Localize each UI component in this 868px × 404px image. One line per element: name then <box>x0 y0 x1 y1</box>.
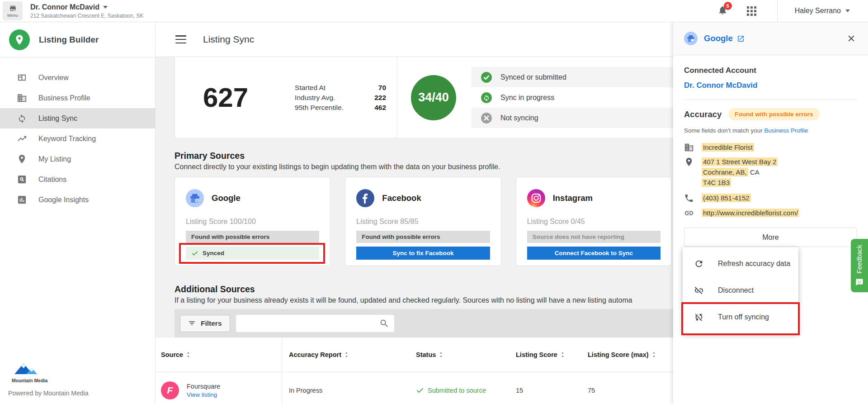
sidebar-item-my-listing[interactable]: My Listing <box>0 149 155 169</box>
storefront-icon <box>9 5 17 12</box>
source-name: Instagram <box>553 193 593 203</box>
user-menu[interactable]: Haley Serrano <box>778 7 868 15</box>
mountain-media-logo <box>8 361 45 377</box>
main-menu-button[interactable]: Menu <box>3 1 23 20</box>
address-line1: 407 1 Street West Bay 2 <box>702 157 778 166</box>
hamburger-icon[interactable] <box>175 35 186 43</box>
business-selector[interactable]: Dr. Connor McDavid <box>30 3 143 11</box>
chevron-down-icon <box>103 6 108 9</box>
column-listing-score[interactable]: Listing Score <box>516 351 588 358</box>
sort-icon[interactable] <box>439 351 443 358</box>
primary-source-cards: G Google Listing Score 100/100 Found wit… <box>175 177 672 266</box>
view-listing-link[interactable]: View listing <box>187 391 220 398</box>
business-name-value: Incredible Florist <box>702 143 754 152</box>
menu-item-refresh-accuracy[interactable]: Refresh accuracy data <box>683 250 798 277</box>
sources-table: Source Accuracy Report Status Listing Sc… <box>156 337 684 404</box>
keyword-tracking-icon <box>17 133 27 144</box>
facebook-icon <box>356 189 374 207</box>
cell-accuracy-report: In Progress <box>289 387 416 394</box>
building-icon <box>684 143 694 152</box>
sidebar: Listing Builder Overview Business Profil… <box>0 22 156 404</box>
listing-score-value: 627 <box>203 82 248 113</box>
external-link-icon[interactable] <box>737 35 745 43</box>
sidebar-item-listing-sync[interactable]: Listing Sync <box>0 108 155 128</box>
cell-listing-score: 15 <box>516 387 588 394</box>
phone-row: (403) 851-4152 <box>684 193 857 203</box>
connect-facebook-to-sync-button[interactable]: Connect Facebook to Sync <box>527 247 660 260</box>
connected-account-link[interactable]: Dr. Connor McDavid <box>684 81 857 90</box>
source-card-instagram: Instagram Listing Score 0/45 Source does… <box>516 177 672 266</box>
more-button[interactable]: More <box>684 228 857 247</box>
check-icon <box>416 386 424 394</box>
app-name: Listing Builder <box>39 35 99 45</box>
check-circle-icon <box>481 71 492 83</box>
connected-account-label: Connected Account <box>684 66 857 75</box>
sort-icon[interactable] <box>651 351 656 358</box>
sort-icon[interactable] <box>186 351 191 358</box>
powered-by: Powered by Mountain Media <box>8 390 88 397</box>
menu-item-turn-off-syncing[interactable]: Turn off syncing <box>683 304 798 330</box>
user-name: Haley Serrano <box>795 7 841 15</box>
legend-synced: Synced or submitted <box>472 67 702 87</box>
table-filter-bar: Filters <box>175 309 703 337</box>
feedback-label: Feedback <box>856 245 863 274</box>
notifications-button[interactable]: 5 <box>717 5 728 17</box>
address-line2-rest: CA <box>748 168 760 176</box>
business-profile-link[interactable]: Business Profile <box>764 127 808 134</box>
legend-not-syncing: Not syncing <box>472 108 702 128</box>
pin-icon <box>684 157 694 167</box>
listing-score-stats: 627 Started At 70 Industry Avg. 222 95th… <box>175 57 397 138</box>
sort-icon[interactable] <box>344 351 349 358</box>
column-accuracy-report[interactable]: Accuracy Report <box>289 351 416 358</box>
sidebar-item-google-insights[interactable]: Google Insights <box>0 190 155 210</box>
phone-icon <box>684 193 694 203</box>
google-details-panel: Google Connected Account Dr. Connor McDa… <box>673 22 868 404</box>
business-name-row: Incredible Florist <box>684 142 857 152</box>
column-source[interactable]: Source <box>161 351 289 358</box>
sync-legend: Synced or submitted Sync in progress Not… <box>472 67 702 128</box>
sidebar-header: Listing Builder <box>0 22 155 57</box>
filters-button[interactable]: Filters <box>180 315 230 332</box>
sidebar-item-business-profile[interactable]: Business Profile <box>0 88 155 108</box>
website-row: http://www.incredibleflorist.com/ <box>684 208 857 218</box>
app-root: Menu Dr. Connor McDavid 212 Saskatchewan… <box>0 0 868 404</box>
source-report-bar[interactable]: Found with possible errors <box>356 231 490 243</box>
source-score: Listing Score 100/100 <box>186 218 319 226</box>
chevron-down-icon <box>845 10 850 12</box>
annotation-box-synced <box>179 243 325 264</box>
close-icon[interactable] <box>846 33 856 43</box>
sidebar-item-keyword-tracking[interactable]: Keyword Tracking <box>0 128 155 149</box>
menu-item-disconnect[interactable]: Disconnect <box>683 277 798 304</box>
source-search-input[interactable] <box>236 315 394 332</box>
foursquare-icon: F <box>161 381 179 399</box>
sidebar-item-citations[interactable]: Citations <box>0 169 155 190</box>
feedback-tab[interactable]: Feedback <box>851 239 868 292</box>
accuracy-badge: Found with possible errors <box>728 108 819 120</box>
google-insights-icon <box>17 195 27 205</box>
sidebar-item-overview[interactable]: Overview <box>0 67 155 88</box>
column-listing-score-max[interactable]: Listing Score (max) <box>588 351 684 358</box>
panel-title: Google <box>704 33 733 43</box>
sidebar-footer: Mountain Media Powered by Mountain Media <box>8 361 88 397</box>
notification-badge: 5 <box>724 2 732 10</box>
stat-value: 70 <box>363 84 386 92</box>
divider <box>684 100 857 100</box>
my-listing-icon <box>17 154 27 164</box>
google-my-business-icon <box>684 32 698 45</box>
citations-icon <box>17 174 27 185</box>
sort-icon[interactable] <box>560 351 565 358</box>
address-row: 407 1 Street West Bay 2 Cochrane, AB, CA… <box>684 157 857 188</box>
column-status[interactable]: Status <box>416 351 516 358</box>
filter-icon <box>188 319 196 327</box>
sync-to-fix-facebook-button[interactable]: Sync to fix Facebook <box>356 247 490 260</box>
source-sync-status: Synced <box>186 247 319 260</box>
source-report-bar[interactable]: Found with possible errors <box>186 231 319 243</box>
apps-grid-button[interactable] <box>747 6 756 16</box>
unlink-icon <box>694 285 704 295</box>
source-row-name: Foursquare <box>187 383 220 390</box>
top-bar: Menu Dr. Connor McDavid 212 Saskatchewan… <box>0 0 868 22</box>
top-bar-actions: 5 Haley Serrano <box>717 0 868 22</box>
legend-in-progress: Sync in progress <box>472 87 702 108</box>
instagram-icon <box>527 189 545 207</box>
search-icon[interactable] <box>379 318 389 328</box>
